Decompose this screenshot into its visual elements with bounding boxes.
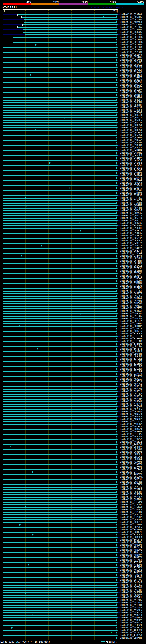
hit-label[interactable]: UniRef100_Q41751: [120, 164, 142, 166]
hit-label[interactable]: UniRef100_A3AFU4: [120, 461, 142, 463]
hit-label[interactable]: UniRef100_A9SKL6: [120, 609, 142, 611]
hit-label[interactable]: UniRef100_C6T5M5: [120, 260, 142, 262]
hit-label[interactable]: UniRef100_A7Q059: [120, 634, 142, 636]
hit-label[interactable]: UniRef100_Q00RG4: [120, 458, 142, 460]
hit-label[interactable]: UniRef100_A8QAU5: [120, 541, 142, 544]
hit-label[interactable]: UniRef100_A9P8M2: [120, 398, 142, 400]
hit-label[interactable]: UniRef100_Q8LDD7: [120, 89, 142, 91]
hit-label[interactable]: UniRef100_Q0D6E1: [120, 453, 142, 456]
hit-label[interactable]: UniRef100_Q6KFR8: [120, 481, 142, 483]
hit-label[interactable]: UniRef100_Q4PBS3: [120, 514, 142, 516]
hit-label[interactable]: UniRef100_A6N0Z3: [120, 413, 142, 415]
hit-label[interactable]: UniRef100_C5Y0G2: [120, 272, 142, 274]
hit-label[interactable]: UniRef100_A6XIA0: [120, 410, 142, 413]
hit-label[interactable]: UniRef100_P93502: [120, 224, 142, 227]
hit-label[interactable]: UniRef100_UPI000..: [120, 476, 145, 478]
hit-label[interactable]: UniRef100_Q9LLK2: [120, 393, 142, 395]
hit-label[interactable]: UniRef100_B9IIT0: [120, 308, 142, 310]
hit-label[interactable]: UniRef100_Q2UZT4: [120, 328, 142, 330]
hit-label[interactable]: UniRef100_B2LUR5: [120, 368, 142, 370]
hit-label[interactable]: UniRef100_Q9ZSW0: [120, 51, 142, 54]
hit-label[interactable]: UniRef100_Q10PH1: [120, 322, 142, 325]
hit-label[interactable]: UniRef100_P14624: [120, 624, 142, 626]
hit-label[interactable]: UniRef100_Q944F7: [120, 446, 142, 448]
hit-label[interactable]: UniRef100_Q751A8: [120, 506, 142, 508]
hit-label[interactable]: UniRef100_A9PDJ4: [120, 386, 142, 388]
hit-label[interactable]: UniRef100_Q84JH1: [120, 104, 142, 106]
hit-label[interactable]: UniRef100_Q3E7K8: [120, 484, 142, 486]
hit-label[interactable]: UniRef100_A8IZZ4: [120, 632, 142, 634]
hit-label[interactable]: UniRef100_Q84VL6: [120, 99, 142, 101]
hit-label[interactable]: UniRef100_A9YTY9: [120, 375, 142, 378]
hit-label[interactable]: UniRef100_Q1EC66: [120, 197, 142, 199]
hit-label[interactable]: UniRef100_A9PHG1: [120, 383, 142, 385]
hit-label[interactable]: UniRef100_O49976: [120, 245, 142, 247]
hit-label[interactable]: UniRef100_C0PSZ6: [120, 292, 142, 295]
hit-label[interactable]: UniRef100_A8JCX9: [120, 629, 142, 632]
hit-label[interactable]: UniRef100_A7E4E9: [120, 566, 142, 568]
hit-label[interactable]: UniRef100_B9RI09: [120, 298, 142, 300]
hit-label[interactable]: UniRef100_B2AZH3: [120, 28, 142, 31]
hit-label[interactable]: UniRef100_C6T4R9: [120, 262, 142, 264]
hit-label[interactable]: UniRef100_O64955: [120, 240, 142, 242]
hit-label[interactable]: UniRef100_A0MKC8: [120, 21, 142, 23]
hit-label[interactable]: UniRef100_Q4PCU0: [120, 511, 142, 513]
hit-label[interactable]: UniRef100_A9PB15: [120, 396, 142, 398]
hit-label[interactable]: UniRef100_B9DHA6: [120, 318, 142, 320]
hit-label[interactable]: UniRef100_Q3EAA5: [120, 468, 142, 470]
hit-label[interactable]: UniRef100_A6SQ62: [120, 569, 142, 571]
hit-label[interactable]: UniRef100_A9PC99: [120, 388, 142, 390]
hit-label[interactable]: UniRef100_B9MTA5: [120, 305, 142, 307]
hit-label[interactable]: UniRef100_A9RW18: [120, 614, 142, 616]
hit-label[interactable]: UniRef100_Q0J1Q2: [120, 451, 142, 453]
hit-label[interactable]: UniRef100_Q4U4U4: [120, 149, 142, 152]
hit-label[interactable]: UniRef100_Q9ZSV9: [120, 54, 142, 56]
hit-label[interactable]: UniRef100_Q7XHS4: [120, 106, 142, 109]
hit-label[interactable]: UniRef100_Q41646: [120, 582, 142, 584]
hit-label[interactable]: UniRef100_A8PW74: [120, 546, 142, 548]
hit-label[interactable]: UniRef100_Q0MW35: [120, 212, 142, 214]
hit-label[interactable]: UniRef100_Q5A109: [120, 14, 142, 16]
hit-label[interactable]: UniRef100_B8B1H2: [120, 325, 142, 327]
hit-label[interactable]: UniRef100_C1N647: [120, 277, 142, 280]
hit-label[interactable]: UniRef100_Q1AN74: [120, 200, 142, 202]
hit-label[interactable]: UniRef100_A8N901: [120, 549, 142, 551]
hit-label[interactable]: UniRef100_A9XB15: [120, 378, 142, 380]
hit-label[interactable]: UniRef100_Q9M5X0: [120, 66, 142, 68]
hit-label[interactable]: UniRef100_B9SHC5: [120, 295, 142, 297]
hit-label[interactable]: UniRef100_B9GUN1: [120, 589, 142, 591]
hit-label[interactable]: UniRef100_O49977: [120, 242, 142, 244]
hit-label[interactable]: UniRef100_C1N2W9: [120, 280, 142, 282]
hit-label[interactable]: UniRef100_A4RZS0: [120, 443, 142, 446]
hit-label[interactable]: UniRef100_A9S3Y6: [120, 612, 142, 614]
hit-label[interactable]: UniRef100_B3TLP8: [120, 360, 142, 362]
hit-label[interactable]: UniRef100_P19848: [120, 574, 142, 576]
hit-label[interactable]: UniRef100_A9TWR1: [120, 596, 142, 599]
hit-label[interactable]: UniRef100_B7E7D4: [120, 343, 142, 345]
hit-label[interactable]: UniRef100_Q41753: [120, 159, 142, 162]
hit-label[interactable]: UniRef100_B6SIL9: [120, 350, 142, 352]
hit-label[interactable]: UniRef100_Q5ZF03: [120, 136, 142, 139]
hit-label[interactable]: UniRef100_A5AGV0: [120, 436, 142, 438]
hit-label[interactable]: UniRef100_Q7X9E4: [120, 109, 142, 111]
hit-label[interactable]: UniRef100_A9S8F4: [120, 494, 142, 496]
hit-label[interactable]: UniRef100_A6N0C7: [120, 418, 142, 420]
hit-label[interactable]: UniRef100_P93501: [120, 227, 142, 229]
hit-label[interactable]: UniRef100_Q9SNZ1: [120, 64, 142, 66]
hit-label[interactable]: UniRef100_Q41431: [120, 167, 142, 169]
hit-label[interactable]: UniRef100_Q94B30: [120, 74, 142, 76]
hit-label[interactable]: UniRef100_UPI000..: [120, 18, 145, 21]
hit-label[interactable]: UniRef100_A6YEF5: [120, 408, 142, 410]
hit-label[interactable]: UniRef100_Q96TW1: [120, 498, 142, 501]
hit-label[interactable]: UniRef100_A8JF17: [120, 627, 142, 629]
hit-label[interactable]: UniRef100_UPI000..: [120, 34, 145, 36]
hit-label[interactable]: UniRef100_A6N0E8: [120, 416, 142, 418]
hit-label[interactable]: UniRef100_D0EUY5: [120, 250, 142, 252]
hit-label[interactable]: UniRef100_A5B3U2: [120, 431, 142, 433]
hit-label[interactable]: UniRef100_Q9SAQ6: [120, 56, 142, 58]
hit-label[interactable]: UniRef100_Q5JCM3: [120, 142, 142, 144]
hit-label[interactable]: UniRef100_B6T1Y8: [120, 348, 142, 350]
hit-label[interactable]: UniRef100_A8Q9P6: [120, 544, 142, 546]
hit-label[interactable]: UniRef100_A5C8S5: [120, 426, 142, 428]
hit-label[interactable]: UniRef100_C5DHN8: [120, 637, 142, 639]
